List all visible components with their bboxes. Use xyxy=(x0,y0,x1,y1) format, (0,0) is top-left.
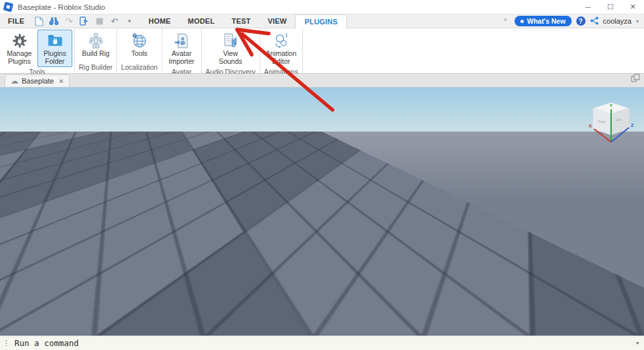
plugins-folder-icon xyxy=(47,32,64,49)
undo-icon[interactable]: ↶ xyxy=(109,16,120,26)
plugins-folder-label: Plugins Folder xyxy=(39,49,71,66)
command-input[interactable]: Run a command xyxy=(14,338,79,348)
avatar-importer-icon xyxy=(173,32,190,49)
tab-view[interactable]: VIEW xyxy=(260,14,296,28)
team-test-icon[interactable] xyxy=(79,16,89,26)
document-tab-strip: ☁ Baseplate ✕ xyxy=(0,74,644,88)
ribbon-group-tools: Manage Plugins Plugins Folder Tools xyxy=(0,28,75,73)
avatar-importer-button[interactable]: Avatar Importer xyxy=(164,30,199,67)
close-button[interactable]: ✕ xyxy=(622,0,644,14)
window-title: Baseplate - Roblox Studio xyxy=(18,3,105,11)
whats-new-label: What's New xyxy=(527,17,566,25)
collapse-ribbon-icon[interactable]: ^ xyxy=(501,18,510,25)
new-file-icon[interactable] xyxy=(34,16,44,26)
whats-new-button[interactable]: What's New xyxy=(515,16,572,26)
build-rig-icon xyxy=(87,32,104,49)
cloud-icon: ☁ xyxy=(11,77,18,85)
animation-editor-icon xyxy=(273,32,290,49)
tab-plugins[interactable]: PLUGINS xyxy=(295,14,346,28)
manage-plugins-icon xyxy=(11,32,28,49)
manage-plugins-button[interactable]: Manage Plugins xyxy=(2,30,37,67)
build-rig-label: Build Rig xyxy=(82,49,110,57)
command-bar-caret-icon[interactable]: ▾ xyxy=(636,340,639,346)
animation-editor-button[interactable]: Animation Editor xyxy=(264,30,298,67)
cube-face-left-label[interactable]: Left xyxy=(616,118,622,122)
help-icon[interactable]: ? xyxy=(576,16,586,26)
localization-tools-icon xyxy=(131,32,148,49)
tab-model[interactable]: MODEL xyxy=(179,14,223,28)
menu-bar: FILE ↷ ↶ ▾ HOME MODEL TEST VIEW PLUGINS … xyxy=(0,14,644,28)
stop-icon[interactable] xyxy=(94,16,104,26)
ribbon-group-audio-discovery: View Sounds Audio Discovery xyxy=(202,28,260,73)
ribbon-plugins: Manage Plugins Plugins Folder Tools xyxy=(0,28,644,74)
ribbon-group-rig-builder: Build Rig Rig Builder xyxy=(75,28,117,73)
quick-access-toolbar: ↷ ↶ ▾ xyxy=(32,14,140,28)
document-tab-baseplate[interactable]: ☁ Baseplate ✕ xyxy=(5,74,70,87)
cube-face-front-label[interactable]: Front xyxy=(598,120,606,124)
tab-home[interactable]: HOME xyxy=(140,14,179,28)
redo-icon[interactable]: ↷ xyxy=(64,16,74,26)
float-window-icon[interactable] xyxy=(631,73,640,84)
view-sounds-button[interactable]: View Sounds xyxy=(213,30,248,67)
ribbon-group-localization: Tools Localization xyxy=(117,28,162,73)
spawn-location-part[interactable] xyxy=(266,188,378,250)
title-bar: Baseplate - Roblox Studio ─ ☐ ✕ xyxy=(0,0,644,14)
view-selector-cube[interactable]: Front Left Y X Z xyxy=(587,101,643,152)
roblox-studio-logo-icon xyxy=(4,3,12,11)
viewport-sky xyxy=(0,88,644,132)
minimize-button[interactable]: ─ xyxy=(577,0,599,14)
localization-tools-button[interactable]: Tools xyxy=(122,30,157,63)
axis-x-label: X xyxy=(589,124,592,128)
avatar-importer-label: Avatar Importer xyxy=(166,49,198,66)
command-bar: ⋮ Run a command ▾ xyxy=(0,336,644,350)
axis-y-label: Y xyxy=(610,103,613,108)
file-menu-button[interactable]: FILE xyxy=(0,14,32,28)
drag-handle-icon[interactable]: ⋮ xyxy=(3,339,9,347)
tab-close-icon[interactable]: ✕ xyxy=(58,78,64,85)
document-tab-title: Baseplate xyxy=(22,77,54,85)
user-menu-caret-icon[interactable]: ▾ xyxy=(636,18,639,24)
find-binoculars-icon[interactable] xyxy=(49,16,59,26)
roblox-studio-window: Baseplate - Roblox Studio ─ ☐ ✕ FILE ↷ ↶… xyxy=(0,0,644,350)
user-menu[interactable]: coolayza xyxy=(603,17,632,25)
maximize-button[interactable]: ☐ xyxy=(599,0,622,14)
view-sounds-icon xyxy=(222,32,239,49)
whats-new-dot-icon xyxy=(520,20,524,23)
qat-customize-icon[interactable]: ▾ xyxy=(124,16,135,26)
ribbon-group-label: Localization xyxy=(119,63,159,73)
localization-tools-label: Tools xyxy=(131,49,148,57)
manage-plugins-label: Manage Plugins xyxy=(3,49,35,66)
animation-editor-label: Animation Editor xyxy=(265,49,297,66)
ribbon-group-animations: Animation Editor Animations xyxy=(260,28,303,73)
share-icon[interactable] xyxy=(590,16,599,26)
ribbon-group-label: Rig Builder xyxy=(77,63,114,73)
axis-z-label: Z xyxy=(631,123,634,128)
ribbon-group-avatar: Avatar Importer Avatar xyxy=(162,28,202,73)
build-rig-button[interactable]: Build Rig xyxy=(78,30,113,63)
plugins-folder-button[interactable]: Plugins Folder xyxy=(37,30,72,67)
view-sounds-label: View Sounds xyxy=(214,49,246,66)
3d-viewport[interactable]: Front Left Y X Z xyxy=(0,88,644,336)
tab-test[interactable]: TEST xyxy=(223,14,260,28)
